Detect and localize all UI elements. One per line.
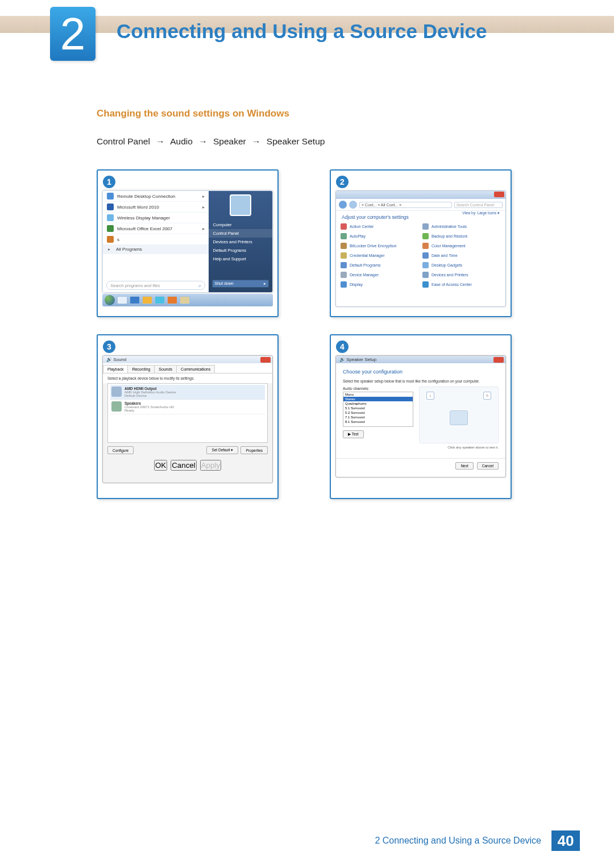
cp-item[interactable]: Color Management <box>422 242 501 250</box>
cp-item[interactable]: BitLocker Drive Encryption <box>341 242 419 250</box>
taskbar-item[interactable] <box>117 296 127 304</box>
cp-item[interactable]: AutoPlay <box>341 232 419 240</box>
cp-item-label: Color Management <box>432 244 466 248</box>
step-number: 2 <box>336 176 349 188</box>
view-by[interactable]: View by: Large icons ▾ <box>462 211 505 215</box>
start-menu-item[interactable]: s <box>103 234 209 245</box>
channel-option[interactable]: 5.1 Surround <box>343 406 413 410</box>
tab-recording[interactable]: Recording <box>127 365 155 373</box>
back-button-icon[interactable] <box>339 201 347 209</box>
cp-item[interactable]: Device Manager <box>341 271 419 279</box>
sound-dialog: 🔊 Sound Playback Recording Sounds Commun… <box>102 355 273 483</box>
chevron-right-icon: ▸ <box>202 194 205 199</box>
path-segment: Speaker Setup <box>267 136 325 146</box>
start-menu-right-item[interactable]: Computer <box>209 221 272 229</box>
start-menu: Remote Desktop Connection▸ Microsoft Wor… <box>102 190 273 293</box>
cancel-button[interactable]: Cancel <box>477 462 499 470</box>
start-orb-icon[interactable] <box>105 295 115 305</box>
channel-option[interactable]: Quadraphonic <box>343 401 413 406</box>
start-menu-label: All Programs <box>116 247 142 252</box>
display-icon <box>341 281 347 288</box>
window-titlebar <box>336 191 505 199</box>
playback-device[interactable]: AMD HDMI Output AMD High Definition Audi… <box>110 385 265 400</box>
breadcrumb-field[interactable]: « Cont... » All Cont... » <box>359 202 452 208</box>
taskbar-item[interactable] <box>167 296 177 304</box>
chapter-title: Connecting and Using a Source Device <box>117 20 487 43</box>
close-icon[interactable] <box>260 357 271 363</box>
cancel-button[interactable]: Cancel <box>171 460 197 471</box>
configure-button[interactable]: Configure <box>107 446 134 454</box>
cp-item[interactable]: Default Programs <box>341 261 419 269</box>
arrow-icon: → <box>252 136 261 147</box>
search-field[interactable]: Search Control Panel <box>454 202 503 208</box>
shutdown-button[interactable]: Shut down▸ <box>212 280 269 288</box>
cp-item-label: Date and Time <box>432 254 458 258</box>
cp-item[interactable]: Action Center <box>341 222 419 231</box>
channels-list[interactable]: Mono Stereo Quadraphonic 5.1 Surround 5.… <box>343 392 413 427</box>
channel-option[interactable]: 5.2 Surround <box>343 410 413 415</box>
taskbar-item[interactable] <box>155 296 165 304</box>
taskbar-item[interactable] <box>130 296 140 304</box>
set-default-button[interactable]: Set Default ▾ <box>206 446 238 454</box>
speaker-left-icon[interactable]: L <box>426 392 434 400</box>
tab-communications[interactable]: Communications <box>176 365 215 373</box>
search-input[interactable]: Search programs and files⌕ <box>106 281 205 290</box>
close-icon[interactable] <box>493 357 504 363</box>
start-menu-label: Microsoft Word 2010 <box>117 205 159 210</box>
button-bar: Configure Set Default ▾ Properties <box>103 443 272 458</box>
start-menu-item[interactable]: Microsoft Word 2010▸ <box>103 202 209 213</box>
arrow-icon: → <box>156 136 165 147</box>
page-footer: 2 Connecting and Using a Source Device 4… <box>375 830 580 851</box>
page-content: Changing the sound settings on Windows C… <box>97 108 529 499</box>
channel-option[interactable]: 8.1 Surround <box>343 420 413 424</box>
cp-item[interactable]: Display <box>341 280 419 289</box>
close-icon[interactable] <box>494 192 504 197</box>
window-title-text: Sound <box>113 357 126 362</box>
tab-sounds[interactable]: Sounds <box>154 365 177 373</box>
channel-option[interactable]: 7.1 Surround <box>343 415 413 420</box>
start-menu-right-item[interactable]: Control Panel <box>209 229 272 238</box>
search-icon: ⌕ <box>198 283 201 288</box>
ok-button[interactable]: OK <box>154 460 167 471</box>
start-menu-label: Wireless Display Manager <box>117 215 170 221</box>
step-1-box: 1 Remote Desktop Connection▸ Microsoft W… <box>97 169 279 317</box>
step-number: 4 <box>336 340 349 353</box>
start-menu-label: s <box>117 237 119 242</box>
lock-icon <box>341 243 347 249</box>
cp-item[interactable]: Credential Manager <box>341 251 419 260</box>
start-menu-right-item[interactable]: Help and Support <box>209 255 272 263</box>
cp-item[interactable]: Devices and Printers <box>422 271 501 279</box>
next-button[interactable]: Next <box>455 462 473 470</box>
start-menu-item[interactable]: Microsoft Office Excel 2007▸ <box>103 223 209 234</box>
speaker-right-icon[interactable]: R <box>483 392 491 400</box>
test-button[interactable]: ▶ Test <box>343 430 364 438</box>
chevron-right-icon: ▸ <box>202 226 205 231</box>
channel-option[interactable]: Stereo <box>343 397 413 401</box>
cp-item[interactable]: Date and Time <box>422 251 501 260</box>
playback-device[interactable]: Speakers Conexant 20671 SmartAudio HD Re… <box>110 400 265 414</box>
start-menu-left: Remote Desktop Connection▸ Microsoft Wor… <box>103 191 209 292</box>
forward-button-icon[interactable] <box>349 201 357 209</box>
properties-button[interactable]: Properties <box>240 446 268 454</box>
section-heading: Changing the sound settings on Windows <box>97 108 529 119</box>
listener-icon <box>450 410 468 425</box>
cp-item[interactable]: Administrative Tools <box>422 222 501 231</box>
chevron-right-icon: ▸ <box>108 247 110 252</box>
apply-button[interactable]: Apply <box>200 460 221 471</box>
device-state: Default Device <box>125 394 176 397</box>
start-menu-item[interactable]: Remote Desktop Connection▸ <box>103 191 209 202</box>
channel-option[interactable]: Mono <box>343 392 413 397</box>
cp-item[interactable]: Desktop Gadgets <box>422 261 501 269</box>
start-menu-right-item[interactable]: Default Programs <box>209 246 272 255</box>
tab-playback[interactable]: Playback <box>103 365 128 373</box>
device-icon <box>111 387 122 397</box>
all-programs[interactable]: ▸All Programs <box>103 245 209 254</box>
cp-item[interactable]: Backup and Restore <box>422 232 501 240</box>
step-2-box: 2 « Cont... » All Cont... » Search Contr… <box>330 169 512 317</box>
start-menu-item[interactable]: Wireless Display Manager <box>103 213 209 223</box>
taskbar-item[interactable] <box>180 296 190 304</box>
start-menu-right-item[interactable]: Devices and Printers <box>209 238 272 246</box>
cp-item[interactable]: Ease of Access Center <box>422 280 501 289</box>
taskbar-item[interactable] <box>142 296 152 304</box>
cp-item-label: BitLocker Drive Encryption <box>350 244 396 248</box>
